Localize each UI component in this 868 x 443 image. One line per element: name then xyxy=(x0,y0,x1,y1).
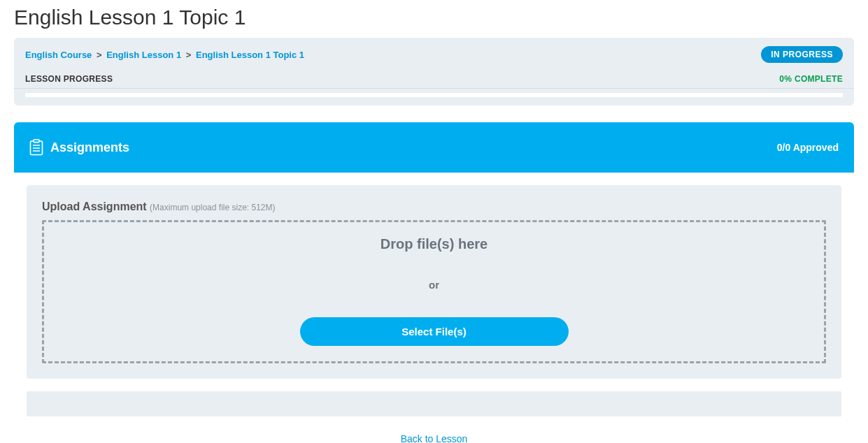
back-to-lesson-link[interactable]: Back to Lesson xyxy=(0,433,868,443)
upload-section: Upload Assignment (Maximum upload file s… xyxy=(27,185,841,379)
or-text: or xyxy=(58,279,810,291)
breadcrumb: English Course > English Lesson 1 > Engl… xyxy=(25,50,304,60)
select-files-button[interactable]: Select File(s) xyxy=(300,317,569,346)
breadcrumb-separator: > xyxy=(97,50,102,60)
breadcrumb-separator: > xyxy=(186,50,192,60)
progress-label: LESSON PROGRESS xyxy=(25,74,113,84)
svg-rect-1 xyxy=(34,140,39,143)
assignments-card: Assignments 0/0 Approved Upload Assignme… xyxy=(14,122,854,416)
status-badge: IN PROGRESS xyxy=(761,46,843,63)
assignments-header: Assignments 0/0 Approved xyxy=(14,122,854,173)
progress-complete: 0% COMPLETE xyxy=(779,74,843,84)
assignments-title: Assignments xyxy=(50,140,129,155)
breadcrumb-item-course[interactable]: English Course xyxy=(25,50,92,60)
upload-heading: Upload Assignment xyxy=(42,201,147,212)
lesson-progress-card: English Course > English Lesson 1 > Engl… xyxy=(14,38,854,106)
progress-bar xyxy=(25,93,843,97)
additional-panel xyxy=(27,391,841,416)
breadcrumb-item-topic[interactable]: English Lesson 1 Topic 1 xyxy=(196,50,304,60)
clipboard-icon xyxy=(29,139,43,156)
file-dropzone[interactable]: Drop file(s) here or Select File(s) xyxy=(42,220,826,363)
upload-hint: (Maximum upload file size: 512M) xyxy=(150,203,275,212)
page-title: English Lesson 1 Topic 1 xyxy=(0,0,868,38)
drop-text: Drop file(s) here xyxy=(58,236,810,252)
approved-count: 0/0 Approved xyxy=(777,142,839,153)
breadcrumb-item-lesson[interactable]: English Lesson 1 xyxy=(106,50,181,60)
